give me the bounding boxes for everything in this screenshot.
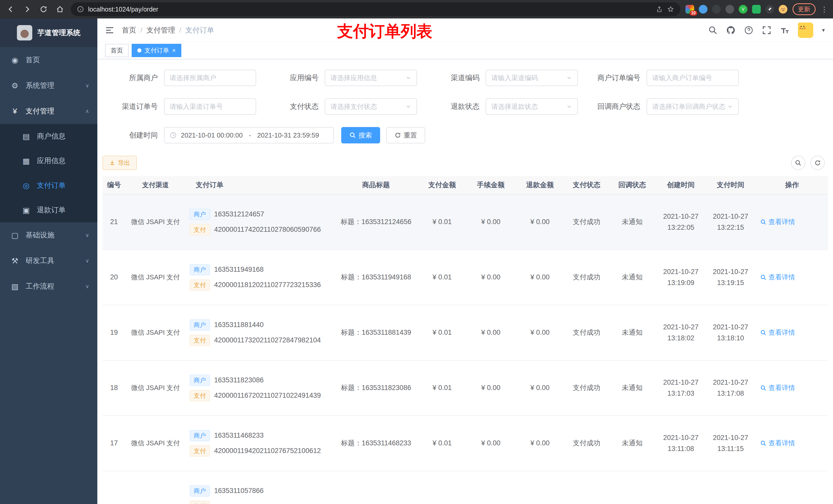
- logo[interactable]: 芋道管理系统: [0, 19, 97, 47]
- sidebar-item-home[interactable]: ◉ 首页: [0, 47, 97, 73]
- refund-amount: ¥ 0.00: [516, 361, 564, 415]
- filter-label: 应用编号: [263, 73, 325, 83]
- extension-gray-icon[interactable]: [725, 5, 734, 14]
- pay-status-select[interactable]: 请选择支付状态: [325, 98, 417, 115]
- pay-time: 2021-10-27 13:22:15: [707, 195, 754, 249]
- extension-chat-icon[interactable]: [752, 5, 761, 14]
- export-button[interactable]: 导出: [102, 156, 137, 170]
- sidebar-item-dev-tools[interactable]: ⚒ 研发工具 ∨: [0, 248, 97, 273]
- chevron-down-icon: [405, 75, 411, 81]
- view-detail-link[interactable]: 查看详情: [760, 327, 795, 338]
- pay-order-no: 4200001174202110278060590766: [214, 224, 321, 235]
- search-icon[interactable]: [708, 26, 717, 35]
- filter-channel-code: 渠道编码 请输入渠道编码: [424, 70, 578, 86]
- caret-down-icon[interactable]: ▾: [822, 27, 825, 33]
- help-icon[interactable]: [744, 26, 753, 35]
- pay-amount: ¥ 0.01: [419, 361, 465, 415]
- close-tab-icon[interactable]: ×: [172, 47, 176, 53]
- magnifier-icon: [760, 219, 766, 225]
- filter-merchant: 所属商户: [102, 70, 256, 86]
- extension-green-check-icon[interactable]: V: [739, 5, 747, 14]
- pay-order-cell: 商户 1635311468233 支付 42000011942021102767…: [186, 416, 333, 471]
- sidebar-item-infra[interactable]: ▢ 基础设施 ∨: [0, 222, 97, 248]
- merchant-card-icon: ▤: [22, 132, 31, 141]
- notify-status-select[interactable]: 请选择订单回调商户状态: [646, 98, 739, 115]
- reset-button[interactable]: 重置: [386, 127, 425, 143]
- header-actions: ▾: [708, 23, 833, 38]
- pay-status: 支付成功: [564, 305, 610, 360]
- channel-order-no-input[interactable]: [164, 98, 256, 115]
- create-time: 2021-10-27 13:18:02: [655, 305, 707, 360]
- back-icon[interactable]: [5, 4, 16, 15]
- date-range-picker[interactable]: 2021-10-01 00:00:00 - 2021-10-31 23:59:5…: [164, 127, 334, 143]
- view-detail-link[interactable]: 查看详情: [760, 217, 795, 227]
- order-id: 21: [102, 195, 125, 249]
- breadcrumb-home[interactable]: 首页: [122, 25, 136, 35]
- pay-tag: 支付: [190, 335, 210, 346]
- github-icon[interactable]: [726, 26, 735, 35]
- browser-menu-icon[interactable]: ⋮: [821, 5, 828, 14]
- goods-title: 标题：1635311823086: [333, 361, 419, 415]
- action-cell: 查看详情: [754, 195, 828, 249]
- refund-amount: ¥ 0.00: [516, 250, 564, 305]
- home-icon[interactable]: [54, 4, 66, 15]
- refresh-button[interactable]: [810, 156, 825, 170]
- tab-home[interactable]: 首页: [105, 44, 128, 57]
- sidebar-item-pay-order[interactable]: ◎ 支付订单: [0, 173, 97, 198]
- sidebar-item-app-info[interactable]: ▦ 应用信息: [0, 148, 97, 173]
- refund-status-select[interactable]: 请选择退款状态: [486, 98, 578, 115]
- goods-title: 标题：1635311468233: [333, 416, 419, 471]
- sidebar-item-refund-order[interactable]: ▣ 退款订单: [0, 198, 97, 222]
- browser-update-button[interactable]: 更新: [792, 3, 815, 15]
- forward-icon[interactable]: [22, 4, 33, 15]
- address-bar[interactable]: localhost:1024/pay/order: [71, 2, 680, 16]
- filter-label: 渠道编码: [424, 73, 486, 83]
- pay-order-no: 4200001167202110271022491439: [214, 390, 321, 401]
- sidebar-item-system[interactable]: ⚙ 系统管理 ∨: [0, 73, 97, 98]
- bookmark-star-icon[interactable]: [667, 6, 674, 13]
- pay-order-no: 4200001181202110277723215336: [214, 280, 321, 290]
- font-size-icon[interactable]: [780, 26, 789, 35]
- chevron-down-icon: [566, 75, 572, 81]
- chevron-down-icon: [405, 103, 411, 110]
- url-text: localhost:1024/pay/order: [88, 6, 158, 13]
- tab-pay-order[interactable]: 支付订单 ×: [132, 44, 181, 57]
- channel-code-select[interactable]: 请输入渠道编码: [486, 70, 578, 86]
- filter-label: 支付状态: [263, 102, 325, 112]
- app-no-select[interactable]: 请选择应用信息: [325, 70, 417, 86]
- view-detail-link[interactable]: 查看详情: [760, 272, 795, 283]
- pin-extensions-icon[interactable]: [765, 5, 774, 14]
- merchant-input[interactable]: [164, 70, 256, 86]
- pay-amount: ¥ 0.01: [419, 195, 465, 249]
- site-info-icon[interactable]: [77, 6, 84, 13]
- reload-icon[interactable]: [38, 4, 49, 15]
- pay-order-cell: 商户 1635311823086 支付 42000011672021102710…: [186, 361, 333, 415]
- show-search-button[interactable]: [791, 156, 805, 170]
- pay-order-no: 4200001194202110276752100612: [214, 446, 321, 456]
- action-cell: 查看详情: [754, 416, 828, 471]
- create-time: 2021-10-27 13:17:03: [655, 361, 707, 415]
- goods-title: [333, 471, 419, 504]
- fullscreen-icon[interactable]: [762, 26, 771, 35]
- share-icon[interactable]: [656, 6, 663, 13]
- pay-tag: 支付: [190, 390, 210, 401]
- magnifier-icon: [760, 330, 766, 336]
- notify-status: 未通知: [610, 250, 655, 305]
- search-button[interactable]: 搜索: [341, 127, 380, 143]
- view-detail-link[interactable]: 查看详情: [760, 383, 795, 393]
- extension-dark-icon[interactable]: [712, 5, 721, 14]
- sidebar-item-merchant-info[interactable]: ▤ 商户信息: [0, 124, 97, 148]
- table-row: 17 微信 JSAPI 支付 商户 1635311468233 支付 42000…: [102, 416, 828, 471]
- merchant-order-no-input[interactable]: [646, 70, 739, 86]
- view-detail-link[interactable]: 查看详情: [760, 438, 795, 449]
- sidebar-item-payment[interactable]: ¥ 支付管理 ∧: [0, 98, 97, 124]
- profile-avatar-icon[interactable]: [779, 5, 787, 14]
- user-avatar[interactable]: [798, 23, 813, 38]
- sidebar-item-workflow[interactable]: ▧ 工作流程 ∨: [0, 273, 97, 299]
- notify-status: 未通知: [610, 361, 655, 415]
- extension-puzzle-icon[interactable]: 10: [686, 5, 694, 14]
- breadcrumb-payment[interactable]: 支付管理: [146, 25, 175, 35]
- hamburger-icon[interactable]: [97, 25, 122, 35]
- extension-blue-icon[interactable]: [699, 5, 708, 14]
- magnifier-icon: [760, 440, 766, 447]
